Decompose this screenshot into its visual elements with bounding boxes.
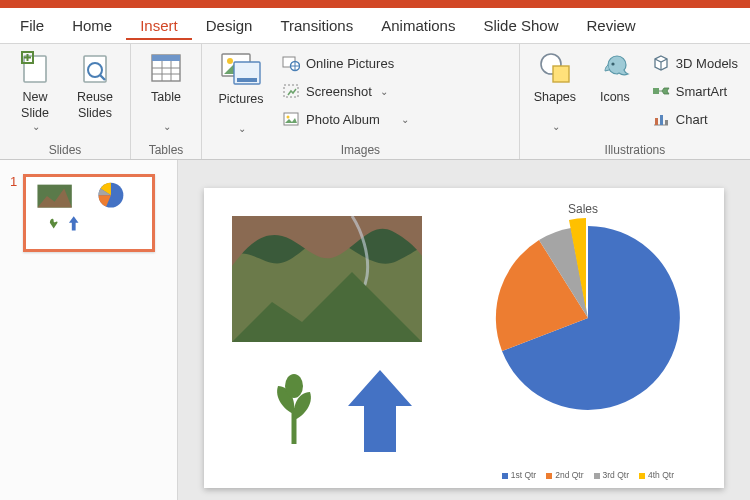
- svg-rect-8: [152, 55, 180, 61]
- photo-album-icon: [282, 110, 300, 128]
- svg-rect-27: [660, 115, 663, 125]
- svg-rect-26: [655, 118, 658, 125]
- photo-album-label: Photo Album: [306, 112, 380, 127]
- online-pictures-button[interactable]: Online Pictures: [278, 50, 413, 76]
- screenshot-label: Screenshot: [306, 84, 372, 99]
- icons-icon: [597, 50, 633, 86]
- inserted-picture[interactable]: [232, 216, 422, 342]
- pictures-button[interactable]: Pictures⌄: [210, 48, 272, 136]
- group-label-images: Images: [210, 141, 511, 157]
- group-label-tables: Tables: [139, 141, 193, 157]
- online-pictures-icon: [282, 54, 300, 72]
- legend-q4: 4th Qtr: [639, 470, 674, 480]
- thumbnail-number: 1: [10, 174, 17, 189]
- online-pictures-label: Online Pictures: [306, 56, 394, 71]
- chart-button[interactable]: Chart: [648, 106, 742, 132]
- group-images: Pictures⌄ Online Pictures Screenshot⌄ Ph…: [202, 44, 520, 159]
- icons-label: Icons: [600, 90, 630, 106]
- shapes-icon: [537, 50, 573, 86]
- svg-point-32: [285, 374, 303, 398]
- group-label-illustrations: Illustrations: [528, 141, 742, 157]
- arrow-up-shape[interactable]: [344, 366, 416, 456]
- new-slide-icon: [17, 50, 53, 86]
- legend-q2: 2nd Qtr: [546, 470, 583, 480]
- new-slide-button[interactable]: New Slide⌄: [8, 48, 62, 136]
- legend-q1: 1st Qtr: [502, 470, 537, 480]
- workspace: 1 Sales: [0, 160, 750, 500]
- svg-rect-20: [284, 113, 298, 125]
- svg-rect-25: [653, 88, 659, 94]
- caret-icon: ⌄: [552, 121, 560, 134]
- tab-transitions[interactable]: Transitions: [266, 11, 367, 40]
- screenshot-button[interactable]: Screenshot⌄: [278, 78, 413, 104]
- reuse-slides-icon: [77, 50, 113, 86]
- icons-button[interactable]: Icons: [588, 48, 642, 136]
- tab-design[interactable]: Design: [192, 11, 267, 40]
- chart-title: Sales: [568, 202, 598, 216]
- 3d-models-button[interactable]: 3D Models: [648, 50, 742, 76]
- shapes-button[interactable]: Shapes⌄: [528, 48, 582, 136]
- slide-editor[interactable]: Sales 1st Qtr 2nd Qtr 3rd Qtr 4th Q: [178, 160, 750, 500]
- table-icon: [148, 50, 184, 86]
- pictures-icon: [220, 50, 262, 88]
- thumbnail-slide[interactable]: [23, 174, 155, 252]
- screenshot-icon: [282, 82, 300, 100]
- caret-icon: ⌄: [163, 121, 171, 134]
- caret-icon: ⌄: [238, 123, 246, 136]
- 3d-models-label: 3D Models: [676, 56, 738, 71]
- tab-home[interactable]: Home: [58, 11, 126, 40]
- caret-icon: ⌄: [380, 86, 388, 97]
- chart-legend: 1st Qtr 2nd Qtr 3rd Qtr 4th Qtr: [502, 470, 674, 480]
- tab-animations[interactable]: Animations: [367, 11, 469, 40]
- svg-point-24: [611, 62, 614, 65]
- caret-icon: ⌄: [401, 114, 409, 125]
- plant-icon[interactable]: [266, 374, 322, 444]
- pie-chart[interactable]: [488, 218, 688, 418]
- ribbon-tabs: File Home Insert Design Transitions Anim…: [0, 8, 750, 44]
- svg-rect-28: [665, 120, 668, 125]
- legend-q3: 3rd Qtr: [594, 470, 629, 480]
- smartart-icon: [652, 82, 670, 100]
- tab-slideshow[interactable]: Slide Show: [469, 11, 572, 40]
- svg-rect-16: [237, 78, 257, 82]
- svg-rect-23: [553, 66, 569, 82]
- ribbon: New Slide⌄ Reuse Slides Slides Table⌄ Ta…: [0, 44, 750, 160]
- svg-point-21: [287, 116, 290, 119]
- table-button[interactable]: Table⌄: [139, 48, 193, 136]
- reuse-slides-button[interactable]: Reuse Slides: [68, 48, 122, 136]
- smartart-label: SmartArt: [676, 84, 727, 99]
- photo-album-button[interactable]: Photo Album ⌄: [278, 106, 413, 132]
- pictures-label: Pictures: [218, 92, 263, 108]
- smartart-button[interactable]: SmartArt: [648, 78, 742, 104]
- chart-label: Chart: [676, 112, 708, 127]
- tab-file[interactable]: File: [6, 11, 58, 40]
- reuse-slides-label: Reuse Slides: [68, 90, 122, 121]
- tab-insert[interactable]: Insert: [126, 11, 192, 40]
- group-label-slides: Slides: [8, 141, 122, 157]
- shapes-label: Shapes: [534, 90, 576, 106]
- chart-icon: [652, 110, 670, 128]
- thumbnail-panel[interactable]: 1: [0, 160, 178, 500]
- group-tables: Table⌄ Tables: [131, 44, 202, 159]
- tab-review[interactable]: Review: [572, 11, 649, 40]
- thumbnail-item[interactable]: 1: [10, 174, 167, 252]
- table-label: Table: [151, 90, 181, 106]
- new-slide-label: New Slide: [8, 90, 62, 121]
- cube-icon: [652, 54, 670, 72]
- svg-point-14: [227, 58, 233, 64]
- slide-canvas[interactable]: Sales 1st Qtr 2nd Qtr 3rd Qtr 4th Q: [204, 188, 724, 488]
- caret-icon: ⌄: [32, 121, 40, 134]
- title-bar: [0, 0, 750, 8]
- group-illustrations: Shapes⌄ Icons 3D Models SmartArt Chart: [520, 44, 750, 159]
- group-slides: New Slide⌄ Reuse Slides Slides: [0, 44, 131, 159]
